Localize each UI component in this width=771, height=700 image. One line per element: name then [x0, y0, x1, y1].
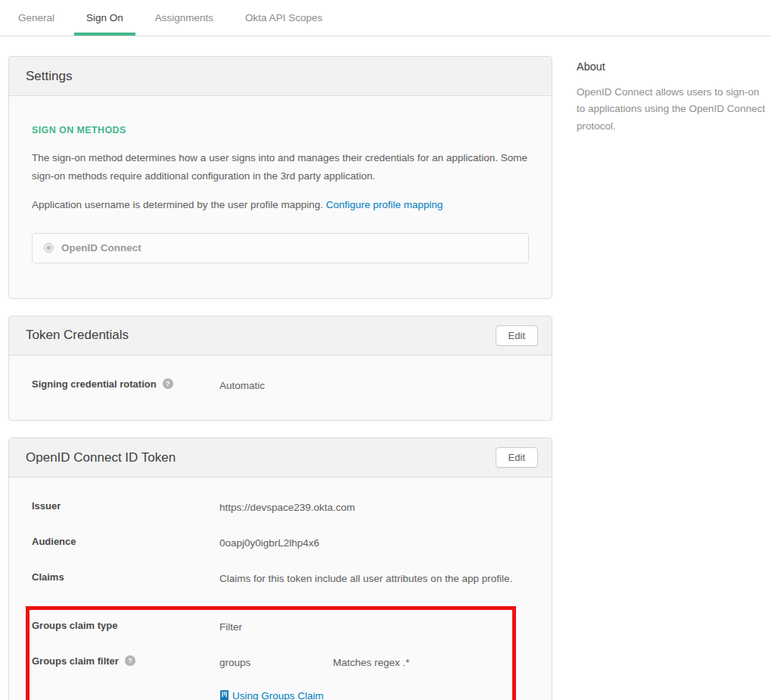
groups-claim-filter-label: Groups claim filter ? — [32, 655, 219, 667]
issuer-value: https://devspace239.okta.com — [219, 500, 355, 515]
signing-credential-rotation-value: Automatic — [219, 378, 265, 394]
signing-credential-rotation-label: Signing credential rotation ? — [32, 378, 219, 390]
groups-claim-filter-label-text: Groups claim filter — [32, 655, 119, 667]
groups-claim-type-row: Groups claim type Filter — [32, 620, 512, 635]
groups-claim-filter-rule: Matches regex .* — [333, 655, 409, 670]
main-column: Settings SIGN ON METHODS The sign-on met… — [8, 56, 552, 700]
help-icon[interactable]: ? — [125, 655, 135, 666]
groups-claim-type-value: Filter — [219, 620, 242, 635]
issuer-label: Issuer — [32, 500, 219, 512]
token-credentials-edit-button[interactable]: Edit — [496, 325, 538, 346]
red-highlight-annotation: Groups claim type Filter Groups claim fi… — [26, 606, 516, 700]
book-icon — [219, 690, 229, 700]
sign-on-method-option: OpenID Connect — [32, 233, 529, 263]
id-token-edit-button[interactable]: Edit — [496, 447, 538, 468]
issuer-row: Issuer https://devspace239.okta.com — [32, 500, 529, 515]
help-icon[interactable]: ? — [163, 378, 173, 389]
openid-connect-radio-label: OpenID Connect — [61, 242, 141, 254]
audience-label: Audience — [32, 536, 219, 547]
using-groups-claim-row: Using Groups Claim — [219, 690, 512, 700]
claims-row: Claims Claims for this token include all… — [32, 571, 529, 586]
sign-on-methods-heading: SIGN ON METHODS — [32, 125, 529, 135]
id-token-body: Issuer https://devspace239.okta.com Audi… — [9, 478, 552, 700]
token-credentials-header: Token Credentials Edit — [9, 316, 552, 356]
signing-credential-rotation-row: Signing credential rotation ? Automatic — [32, 378, 529, 394]
audience-row: Audience 0oapj0y0igbrL2lhp4x6 — [32, 536, 529, 551]
groups-claim-type-label: Groups claim type — [32, 620, 219, 631]
groups-claim-filter-name: groups — [219, 655, 333, 670]
tab-sign-on[interactable]: Sign On — [86, 0, 123, 36]
tab-assignments[interactable]: Assignments — [155, 0, 213, 36]
page-content: Settings SIGN ON METHODS The sign-on met… — [0, 36, 771, 700]
claims-value: Claims for this token include all user a… — [219, 571, 512, 586]
signing-credential-rotation-label-text: Signing credential rotation — [32, 378, 157, 390]
groups-claim-filter-value: groups Matches regex .* — [219, 655, 409, 670]
settings-panel-body: SIGN ON METHODS The sign-on method deter… — [9, 96, 552, 298]
about-text: OpenID Connect allows users to sign-on t… — [577, 84, 767, 135]
audience-value: 0oapj0y0igbrL2lhp4x6 — [219, 536, 319, 551]
sign-on-method-description: The sign-on method determines how a user… — [32, 149, 529, 185]
username-mapping-note: Application username is determined by th… — [32, 196, 529, 214]
id-token-panel: OpenID Connect ID Token Edit Issuer http… — [8, 437, 552, 700]
username-mapping-text: Application username is determined by th… — [32, 199, 323, 210]
id-token-title: OpenID Connect ID Token — [26, 450, 176, 465]
openid-connect-radio[interactable] — [44, 243, 54, 253]
using-groups-claim-link[interactable]: Using Groups Claim — [232, 690, 324, 700]
tab-okta-api-scopes[interactable]: Okta API Scopes — [245, 0, 322, 36]
about-heading: About — [577, 61, 767, 73]
about-sidebar: About OpenID Connect allows users to sig… — [577, 61, 767, 135]
token-credentials-title: Token Credentials — [26, 328, 129, 343]
app-tab-bar: General Sign On Assignments Okta API Sco… — [0, 0, 771, 36]
id-token-header: OpenID Connect ID Token Edit — [9, 438, 552, 478]
token-credentials-panel: Token Credentials Edit Signing credentia… — [8, 316, 552, 422]
settings-panel: Settings SIGN ON METHODS The sign-on met… — [8, 56, 552, 299]
token-credentials-body: Signing credential rotation ? Automatic — [9, 356, 552, 421]
claims-label: Claims — [32, 571, 219, 583]
settings-panel-title: Settings — [26, 69, 72, 84]
configure-profile-mapping-link[interactable]: Configure profile mapping — [326, 199, 443, 210]
groups-claim-filter-row: Groups claim filter ? groups Matches reg… — [32, 655, 512, 670]
settings-panel-header: Settings — [9, 57, 552, 96]
tab-general[interactable]: General — [18, 0, 54, 36]
